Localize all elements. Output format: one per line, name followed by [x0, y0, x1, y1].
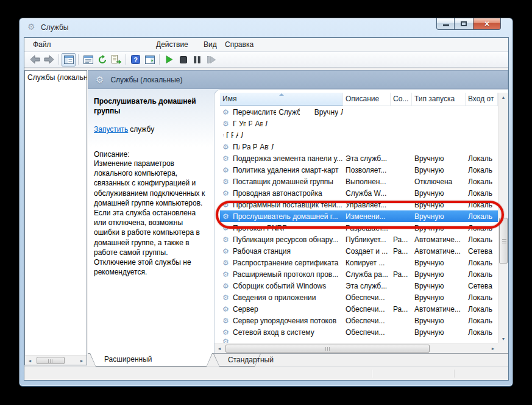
service-login-cell: Локаль: [466, 224, 498, 232]
action-pane-icon: [145, 56, 155, 64]
service-row[interactable]: ⚙Расширяемый протокол пров... Служба ра.…: [220, 268, 498, 280]
forward-button[interactable]: [42, 53, 56, 66]
service-login-cell: Локаль: [466, 270, 498, 279]
main-area: Службы (локальные) ◄ ► ⚙ Службы (локальн…: [24, 69, 508, 367]
service-status-cell: Ра...: [391, 235, 412, 244]
service-description-cell: Обеспечи...: [343, 293, 391, 302]
service-gear-icon: ⚙: [221, 143, 230, 151]
service-gear-icon: ⚙: [221, 247, 230, 256]
menu-item[interactable]: Действие: [151, 38, 198, 51]
service-startup-cell: Автоматиче...: [412, 247, 466, 256]
service-gear-icon: ⚙: [221, 108, 230, 116]
scrollbar-thumb[interactable]: [499, 218, 508, 263]
service-row[interactable]: ⚙Сведения о приложении Обеспечи... Вручн…: [220, 292, 498, 303]
column-header[interactable]: Имя: [220, 93, 343, 106]
service-description-cell: Управляет...: [236, 120, 246, 128]
window-controls: ×: [436, 18, 501, 30]
service-description-cell: Копирует ...: [343, 259, 391, 267]
pause-service-button[interactable]: [190, 53, 204, 66]
service-description-cell: Эта служб...: [343, 154, 391, 163]
tree-root-item[interactable]: Службы (локальные): [25, 71, 87, 82]
scroll-down-icon[interactable]: ▼: [498, 334, 508, 343]
start-service-button[interactable]: [162, 53, 176, 66]
view-tab[interactable]: Расширенный: [90, 353, 213, 367]
show-console-tree-button[interactable]: [62, 53, 76, 66]
service-description-cell: Позволяет...: [343, 166, 391, 174]
service-row[interactable]: ⚙Питание Управляет... Ра... Автоматиче..…: [220, 118, 268, 129]
service-row[interactable]: ⚙: [220, 338, 498, 343]
thumb-grip: [502, 238, 506, 243]
scrollbar-thumb[interactable]: [37, 357, 65, 364]
service-row[interactable]: ⚙Поддержка элемента панели у... Эта служ…: [220, 152, 498, 164]
close-button[interactable]: ×: [473, 18, 501, 30]
service-row[interactable]: ⚙Распространение сертификата Копирует ..…: [220, 257, 498, 268]
service-name: Программный поставщик тени...: [233, 201, 342, 209]
list-horizontal-scrollbar[interactable]: ◄ ►: [215, 343, 498, 353]
minimize-button[interactable]: [436, 18, 455, 30]
window-content: Файл Действие Вид Справка: [24, 37, 509, 381]
column-header[interactable]: Описание: [343, 93, 391, 106]
export-list-button[interactable]: [109, 53, 123, 66]
menu-item[interactable]: Файл: [27, 38, 151, 51]
restart-service-button[interactable]: [204, 53, 218, 66]
scroll-left-icon[interactable]: ◄: [25, 356, 35, 365]
column-header[interactable]: Со...: [391, 93, 412, 106]
services-rows: ⚙Перечислитель IP-шин PnP-X Служба пе...…: [220, 106, 498, 343]
service-startup-cell: Вручную: [412, 201, 466, 209]
title-bar[interactable]: ⚙ Службы ×: [20, 18, 512, 37]
list-vertical-scrollbar[interactable]: ▲ ▼: [498, 93, 508, 343]
service-row[interactable]: ⚙Перечислитель IP-шин PnP-X Служба пе...…: [220, 106, 343, 118]
scroll-right-icon[interactable]: ►: [488, 344, 498, 353]
stop-service-button[interactable]: [176, 53, 190, 66]
service-name: Расширяемый протокол пров...: [233, 270, 338, 279]
view-tab[interactable]: Стандартный: [213, 354, 261, 367]
desktop-background: ⚙ Службы × Файл Действие Вид Справка: [0, 0, 532, 405]
back-button[interactable]: [28, 53, 42, 66]
column-header[interactable]: Вход от: [466, 93, 498, 106]
service-row[interactable]: ⚙Поставщик домашней группы Выполнен... О…: [220, 176, 498, 187]
service-row[interactable]: ⚙Сборщик событий Windows Эта служб... Вр…: [220, 280, 498, 292]
properties-button[interactable]: [81, 53, 95, 66]
service-row[interactable]: ⚙Политика удаления смарт-карт Позволяет.…: [220, 164, 498, 176]
service-row[interactable]: ⚙Сетевой вход в систему Обеспечи... Вруч…: [220, 326, 498, 338]
service-status-cell: Ра...: [246, 120, 253, 128]
view-tabs: Расширенный Стандартный: [88, 353, 508, 367]
service-startup-cell: Вручную: [412, 293, 466, 302]
menu-item[interactable]: Вид: [198, 38, 219, 51]
column-header[interactable]: Тип запуска: [412, 93, 466, 106]
menu-item[interactable]: Справка: [219, 38, 273, 51]
scrollbar-thumb[interactable]: [225, 345, 430, 353]
service-gear-icon: ⚙: [221, 338, 230, 343]
console-tree-icon: [64, 56, 74, 64]
scroll-left-icon[interactable]: ◄: [215, 344, 224, 353]
service-row[interactable]: ⚙Рабочая станция Создает и ... Ра... Авт…: [220, 245, 498, 257]
service-description-cell: Служба пе...: [276, 108, 300, 116]
service-name: Планировщик классов мульт...: [233, 143, 239, 151]
toolbar: ?: [24, 52, 508, 68]
service-row[interactable]: ⚙Проводная автонастройка Служба W... Вру…: [220, 187, 498, 199]
service-row[interactable]: ⚙Планировщик заданий Позволяет... Ра... …: [220, 129, 241, 141]
service-row[interactable]: ⚙Сервер Обеспечи... Ра... Автоматиче... …: [220, 303, 498, 315]
scroll-right-icon[interactable]: ►: [77, 356, 87, 365]
service-row[interactable]: ⚙Протокол PNRP Разрешает... Вручную Лока…: [220, 222, 498, 234]
start-service-link[interactable]: Запустить: [94, 125, 128, 134]
service-row[interactable]: ⚙Сервер упорядочения потоков Обеспечи...…: [220, 315, 498, 326]
view-header-title: Службы (локальные): [110, 76, 182, 84]
service-row[interactable]: ⚙Программный поставщик тени... Управляет…: [220, 199, 498, 210]
toolbar-separator: [78, 54, 79, 65]
service-startup-cell: Вручную: [412, 282, 466, 290]
refresh-button[interactable]: [95, 53, 109, 66]
service-row[interactable]: ⚙Прослушиватель домашней г... Изменени..…: [220, 210, 498, 222]
sort-ascending-icon: [279, 93, 284, 96]
service-row[interactable]: ⚙Планировщик классов мульт... Разрешает.…: [220, 141, 274, 152]
service-status-cell: Ра...: [391, 247, 412, 256]
help-button[interactable]: ?: [129, 53, 143, 66]
maximize-button[interactable]: [455, 18, 473, 30]
thumb-grip: [48, 359, 53, 363]
service-gear-icon: ⚙: [221, 282, 230, 290]
tree-horizontal-scrollbar[interactable]: ◄ ►: [25, 355, 87, 365]
service-row[interactable]: ⚙Публикация ресурсов обнару... Публикует…: [220, 234, 498, 245]
scroll-up-icon[interactable]: ▲: [498, 93, 508, 101]
service-gear-icon: ⚙: [221, 177, 230, 186]
show-action-pane-button[interactable]: [143, 53, 157, 66]
